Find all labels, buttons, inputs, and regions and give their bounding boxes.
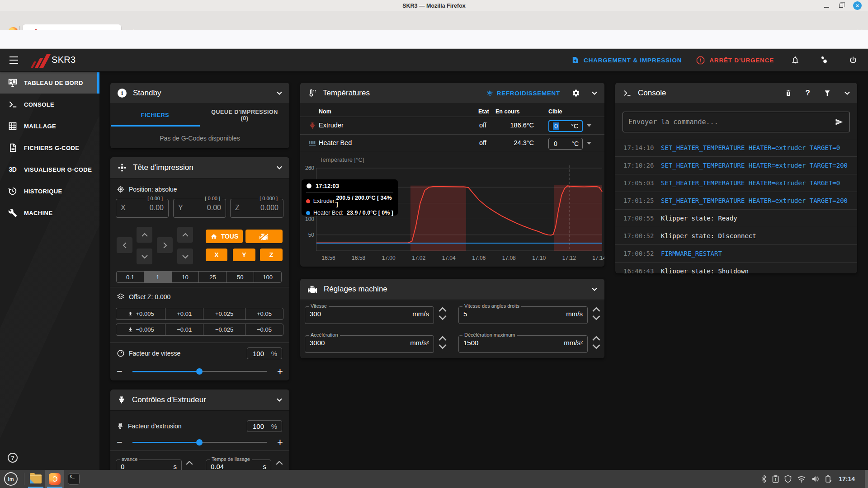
z-offset-up-0.025[interactable]: +0.025: [203, 308, 245, 319]
clipboard-icon[interactable]: !: [772, 475, 779, 483]
z-offset-up-0.005[interactable]: +0.005: [116, 308, 165, 319]
tab-print-queue[interactable]: QUEUE D'IMPRESSION(0): [200, 104, 289, 127]
z-offset-down-0.005[interactable]: −0.005: [116, 324, 165, 335]
motors-off-button[interactable]: [245, 230, 283, 243]
sidebar-item-dashboard[interactable]: TABLEAU DE BORD: [0, 72, 99, 94]
home-x-button[interactable]: X: [206, 249, 227, 261]
smooth-time-field[interactable]: Temps de lissage 0.04 s: [206, 460, 271, 470]
taskbar-clock[interactable]: 17:14: [839, 475, 855, 483]
collapse-chevron-icon[interactable]: [277, 166, 282, 169]
acceleration-field[interactable]: Accélération 3000 mm/s²: [305, 335, 434, 353]
smooth-time-spinner[interactable]: [276, 461, 283, 465]
step-25[interactable]: 25: [198, 272, 226, 282]
jog-y-plus-button[interactable]: [137, 227, 152, 243]
help-icon[interactable]: ?: [8, 453, 18, 463]
sidebar-item-console[interactable]: CONSOLE: [0, 94, 99, 115]
jog-z-plus-button[interactable]: [177, 227, 193, 243]
step-100[interactable]: 100: [254, 272, 281, 282]
volume-icon[interactable]: [811, 475, 820, 483]
step-10[interactable]: 10: [171, 272, 199, 282]
z-offset-up-0.05[interactable]: +0.05: [245, 308, 283, 319]
toolhead-panel-header[interactable]: Tête d'impression: [110, 157, 289, 178]
shield-status-icon[interactable]: [784, 475, 792, 483]
cooldown-button[interactable]: REFROIDISSEMENT: [486, 90, 560, 97]
machine-settings-header[interactable]: Réglages machine: [300, 279, 604, 300]
emergency-stop-button[interactable]: ARRÊT D'URGENCE: [696, 56, 774, 65]
jog-x-minus-button[interactable]: [117, 237, 132, 253]
notifications-bell-icon[interactable]: [788, 56, 803, 65]
velocity-field[interactable]: Vitesse 300 mm/s: [305, 306, 434, 324]
speed-factor-slider[interactable]: [132, 368, 267, 375]
extruder-presets-caret[interactable]: [587, 124, 591, 127]
jog-z-minus-button[interactable]: [177, 249, 193, 264]
extruder-panel-header[interactable]: Contrôles d'Extrudeur: [110, 389, 289, 411]
taskbar-terminal-app[interactable]: $_: [64, 470, 83, 488]
bed-presets-caret[interactable]: [587, 142, 591, 145]
step-1[interactable]: 1: [144, 272, 171, 282]
taskbar-files-app[interactable]: [26, 470, 45, 488]
extrusion-factor-slider[interactable]: [132, 439, 267, 446]
pressure-advance-field[interactable]: avance 0 s: [116, 460, 182, 470]
show-desktop-button[interactable]: [865, 470, 868, 488]
home-all-button[interactable]: TOUS: [206, 230, 243, 243]
extruder-target-input[interactable]: 0 °C: [548, 120, 583, 132]
temperatures-panel-header[interactable]: Températures REFROIDISSEMENT: [300, 83, 604, 104]
taskbar-firefox-app[interactable]: [45, 470, 64, 488]
sidebar-item-gcode-viewer[interactable]: 3D VISUALISEUR G-CODE: [0, 159, 99, 180]
sidebar-toggle-icon[interactable]: [9, 56, 18, 64]
window-minimize-button[interactable]: [824, 7, 829, 8]
help-question-icon[interactable]: ?: [806, 89, 810, 98]
velocity-spinner[interactable]: [439, 307, 447, 320]
settings-cogs-icon[interactable]: [816, 56, 832, 65]
home-y-button[interactable]: Y: [233, 249, 255, 261]
z-offset-down-0.025[interactable]: −0.025: [203, 324, 245, 335]
z-offset-up-0.01[interactable]: +0.01: [165, 308, 203, 319]
scv-field[interactable]: Vitesse des angles droits 5 mm/s: [458, 306, 588, 324]
jog-x-plus-button[interactable]: [157, 237, 173, 253]
send-icon[interactable]: [834, 118, 844, 126]
jog-y-minus-button[interactable]: [137, 249, 152, 264]
position-x-field[interactable]: [ 0.00 ] X 0.00: [116, 199, 169, 218]
decel-field[interactable]: Décélération maximum 1500 mm/s²: [458, 335, 588, 353]
step-50[interactable]: 50: [226, 272, 254, 282]
collapse-chevron-icon[interactable]: [844, 91, 850, 95]
z-offset-down-0.05[interactable]: −0.05: [245, 324, 283, 335]
speed-factor-input[interactable]: 100 %: [247, 347, 282, 359]
sidebar-item-history[interactable]: HISTORIQUE: [0, 180, 99, 202]
collapse-chevron-icon[interactable]: [592, 91, 597, 95]
sidebar-item-gcode-files[interactable]: FICHIERS G-CODE: [0, 137, 99, 159]
collapse-chevron-icon[interactable]: [277, 398, 282, 402]
z-offset-down-0.01[interactable]: −0.01: [165, 324, 203, 335]
position-z-field[interactable]: [ 0.000 ] Z 0.000: [230, 199, 283, 218]
speed-minus-button[interactable]: −: [117, 368, 123, 375]
status-panel-header[interactable]: i Standby: [110, 83, 289, 104]
sidebar-item-machine[interactable]: MACHINE: [0, 202, 99, 224]
window-close-button[interactable]: ×: [853, 1, 862, 10]
step-0.1[interactable]: 0.1: [117, 272, 144, 282]
tab-files[interactable]: FICHIERS: [110, 104, 200, 127]
bed-target-input[interactable]: 0 °C: [548, 138, 583, 150]
pressure-advance-spinner[interactable]: [186, 461, 193, 465]
console-panel-header[interactable]: Console ?: [615, 83, 857, 104]
window-maximize-button[interactable]: [839, 4, 843, 8]
filter-icon[interactable]: [824, 89, 831, 97]
speed-plus-button[interactable]: +: [277, 368, 283, 375]
collapse-chevron-icon[interactable]: [592, 287, 597, 291]
temp-settings-gear-icon[interactable]: [572, 89, 580, 97]
battery-icon[interactable]: [825, 475, 831, 483]
power-icon[interactable]: [845, 56, 861, 65]
home-z-button[interactable]: Z: [260, 249, 283, 261]
bluetooth-icon[interactable]: [761, 475, 767, 483]
upload-print-button[interactable]: CHARGEMENT & IMPRESSION: [571, 56, 682, 65]
extrusion-plus-button[interactable]: +: [277, 439, 283, 446]
collapse-chevron-icon[interactable]: [277, 91, 282, 95]
decel-spinner[interactable]: [592, 336, 600, 349]
mint-menu-button[interactable]: lm: [4, 472, 18, 486]
scv-spinner[interactable]: [592, 307, 600, 320]
mainsail-logo[interactable]: [30, 52, 46, 68]
console-input[interactable]: Envoyer la commande...: [623, 112, 850, 132]
wifi-icon[interactable]: [797, 475, 806, 483]
sidebar-item-heightmap[interactable]: MAILLAGE: [0, 115, 99, 137]
acceleration-spinner[interactable]: [439, 336, 447, 349]
extrusion-factor-input[interactable]: 100 %: [247, 420, 282, 432]
